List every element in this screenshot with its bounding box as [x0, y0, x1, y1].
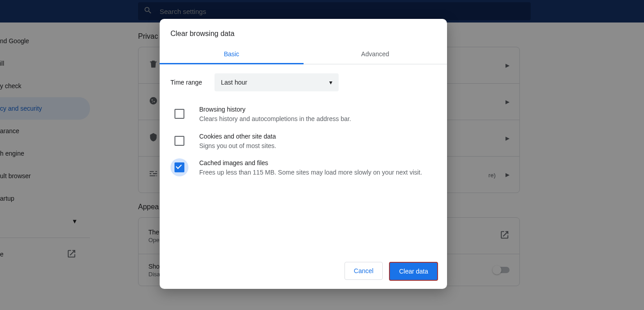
checkbox[interactable]: [174, 162, 184, 172]
option-title: Browsing history: [199, 106, 436, 113]
time-range-label: Time range: [170, 79, 202, 86]
option-title: Cached images and files: [199, 159, 436, 166]
checkbox[interactable]: [174, 109, 184, 119]
clear-data-button[interactable]: Clear data: [389, 262, 438, 281]
time-range-select[interactable]: Last hour ▾: [215, 73, 339, 91]
option-browsing-history[interactable]: Browsing history Clears history and auto…: [160, 100, 447, 127]
option-cached[interactable]: Cached images and files Frees up less th…: [160, 154, 447, 181]
option-sub: Signs you out of most sites.: [199, 142, 436, 151]
option-sub: Frees up less than 115 MB. Some sites ma…: [199, 168, 436, 177]
tab-advanced[interactable]: Advanced: [304, 45, 447, 64]
time-range-value: Last hour: [221, 79, 247, 86]
option-sub: Clears history and autocompletions in th…: [199, 115, 436, 124]
tab-basic[interactable]: Basic: [160, 45, 304, 64]
chevron-down-icon: ▾: [329, 79, 332, 86]
option-cookies[interactable]: Cookies and other site data Signs you ou…: [160, 127, 447, 154]
dialog-title: Clear browsing data: [160, 19, 447, 45]
checkbox[interactable]: [174, 136, 184, 146]
cancel-button[interactable]: Cancel: [344, 262, 383, 280]
dialog-footer: Cancel Clear data: [160, 254, 447, 289]
time-range-row: Time range Last hour ▾: [160, 64, 447, 100]
dialog-tabs: Basic Advanced: [160, 45, 447, 64]
option-title: Cookies and other site data: [199, 133, 436, 140]
clear-browsing-data-dialog: Clear browsing data Basic Advanced Time …: [160, 19, 447, 289]
